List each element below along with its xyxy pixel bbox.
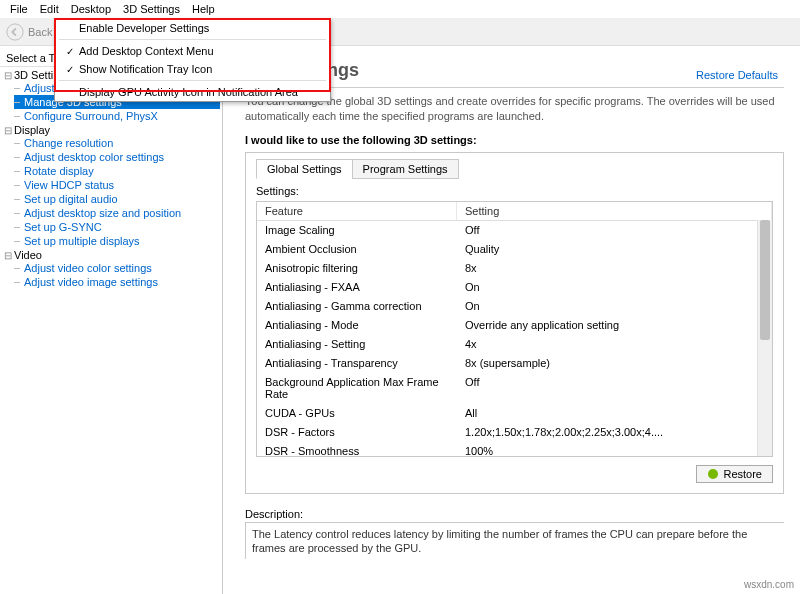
- tree-item[interactable]: Set up digital audio: [14, 192, 220, 206]
- menu-item-add-context[interactable]: ✓ Add Desktop Context Menu: [55, 42, 330, 60]
- menu-file[interactable]: File: [4, 2, 34, 16]
- svg-point-1: [708, 469, 718, 479]
- check-icon: ✓: [61, 64, 79, 75]
- menu-item-show-tray[interactable]: ✓ Show Notification Tray Icon: [55, 60, 330, 78]
- table-row[interactable]: Anisotropic filtering8x: [257, 259, 772, 278]
- nvidia-icon: [707, 468, 719, 480]
- check-icon: ✓: [61, 46, 79, 57]
- menu-separator: [59, 80, 326, 81]
- column-setting[interactable]: Setting: [457, 202, 772, 220]
- tree-item[interactable]: View HDCP status: [14, 178, 220, 192]
- settings-box-label: I would like to use the following 3D set…: [245, 134, 784, 146]
- tree-item[interactable]: Adjust video color settings: [14, 261, 220, 275]
- back-arrow-icon: [6, 23, 24, 41]
- nav-tree: 3D SettingsAdjustManage 3D settingsConfi…: [0, 69, 222, 289]
- tree-category[interactable]: Display: [2, 124, 220, 136]
- tree-item[interactable]: Adjust video image settings: [14, 275, 220, 289]
- description-label: Description:: [245, 508, 784, 520]
- table-row[interactable]: Background Application Max Frame RateOff: [257, 373, 772, 404]
- settings-label: Settings:: [256, 185, 773, 197]
- tree-item[interactable]: Change resolution: [14, 136, 220, 150]
- menu-item-gpu-activity[interactable]: Display GPU Activity Icon in Notificatio…: [55, 83, 330, 101]
- restore-defaults-link[interactable]: Restore Defaults: [696, 69, 778, 81]
- watermark: wsxdn.com: [744, 579, 794, 590]
- scrollbar[interactable]: [757, 220, 772, 456]
- table-row[interactable]: Image ScalingOff: [257, 221, 772, 240]
- back-button[interactable]: Back ▾: [6, 23, 60, 41]
- tree-item[interactable]: Configure Surround, PhysX: [14, 109, 220, 123]
- tree-item[interactable]: Set up G-SYNC: [14, 220, 220, 234]
- settings-box: Global Settings Program Settings Setting…: [245, 152, 784, 494]
- tree-category[interactable]: Video: [2, 249, 220, 261]
- settings-table: Feature Setting Image ScalingOffAmbient …: [256, 201, 773, 457]
- tree-item[interactable]: Rotate display: [14, 164, 220, 178]
- description-text: The Latency control reduces latency by l…: [245, 522, 784, 560]
- table-row[interactable]: Antialiasing - Transparency8x (supersamp…: [257, 354, 772, 373]
- table-row[interactable]: DSR - Factors1.20x;1.50x;1.78x;2.00x;2.2…: [257, 423, 772, 442]
- sidebar: Select a Tas 3D SettingsAdjustManage 3D …: [0, 46, 223, 594]
- desktop-dropdown-menu: Enable Developer Settings ✓ Add Desktop …: [54, 18, 331, 102]
- svg-point-0: [7, 23, 23, 39]
- menu-separator: [59, 39, 326, 40]
- table-row[interactable]: Antialiasing - Setting4x: [257, 335, 772, 354]
- tab-program-settings[interactable]: Program Settings: [352, 159, 459, 179]
- table-row[interactable]: DSR - Smoothness100%: [257, 442, 772, 457]
- table-row[interactable]: Ambient OcclusionQuality: [257, 240, 772, 259]
- menu-item-enable-developer[interactable]: Enable Developer Settings: [55, 19, 330, 37]
- menu-help[interactable]: Help: [186, 2, 221, 16]
- restore-button[interactable]: Restore: [696, 465, 773, 483]
- menu-desktop[interactable]: Desktop: [65, 2, 117, 16]
- menu-3d-settings[interactable]: 3D Settings: [117, 2, 186, 16]
- back-label: Back: [28, 26, 52, 38]
- tabs: Global Settings Program Settings: [256, 159, 773, 179]
- table-row[interactable]: CUDA - GPUsAll: [257, 404, 772, 423]
- table-row[interactable]: Antialiasing - FXAAOn: [257, 278, 772, 297]
- tree-item[interactable]: Adjust desktop color settings: [14, 150, 220, 164]
- table-row[interactable]: Antialiasing - ModeOverride any applicat…: [257, 316, 772, 335]
- tree-item[interactable]: Adjust desktop size and position: [14, 206, 220, 220]
- main-panel: e 3D Settings Restore Defaults You can c…: [223, 46, 800, 594]
- tree-item[interactable]: Set up multiple displays: [14, 234, 220, 248]
- column-feature[interactable]: Feature: [257, 202, 457, 220]
- scroll-thumb[interactable]: [760, 220, 770, 340]
- tab-global-settings[interactable]: Global Settings: [256, 159, 353, 179]
- menubar: File Edit Desktop 3D Settings Help: [0, 0, 800, 18]
- menu-edit[interactable]: Edit: [34, 2, 65, 16]
- table-row[interactable]: Antialiasing - Gamma correctionOn: [257, 297, 772, 316]
